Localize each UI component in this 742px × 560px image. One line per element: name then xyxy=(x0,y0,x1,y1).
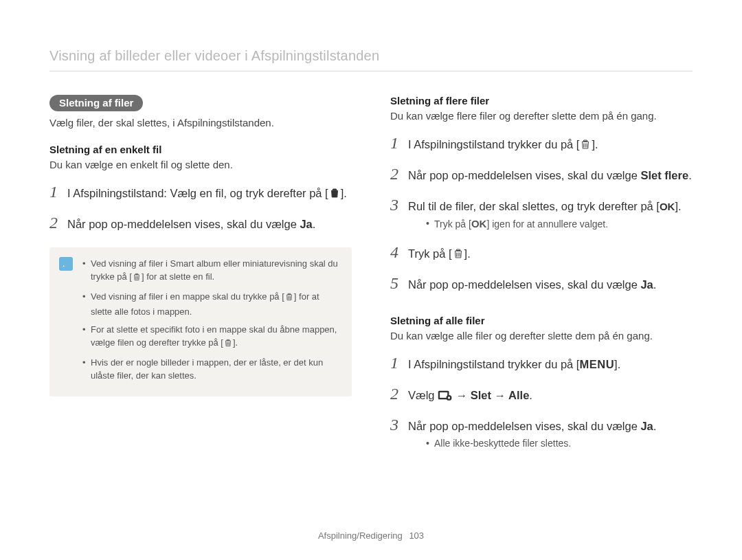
trash-icon xyxy=(223,338,233,352)
step-1: 1 I Afspilningstilstand trykker du på [M… xyxy=(390,351,693,375)
step-3: 3 Når pop op-meddelelsen vises, skal du … xyxy=(390,413,693,453)
trash-icon xyxy=(328,187,341,204)
step-2: 2 Vælg → Slet → Alle. xyxy=(390,382,693,406)
right-column: Sletning af flere filer Du kan vælge fle… xyxy=(390,95,693,465)
step-number: 2 xyxy=(390,382,408,406)
trash-icon xyxy=(452,247,464,265)
step-text: I Afspilningstilstand: Vælg en fil, og t… xyxy=(67,186,352,204)
file-settings-icon xyxy=(438,389,453,406)
section-pill: Sletning af filer xyxy=(49,95,143,111)
sub-bullet: Tryk på [OK] igen for at annullere valge… xyxy=(426,216,693,232)
page-footer: Afspilning/Redigering 103 xyxy=(0,530,742,541)
note-icon xyxy=(59,257,73,271)
note-item: Ved visning af filer i Smart album eller… xyxy=(82,257,339,286)
subheading-single: Sletning af en enkelt fil xyxy=(49,144,352,155)
note-box: Ved visning af filer i Smart album eller… xyxy=(49,247,352,396)
step-number: 1 xyxy=(390,351,408,375)
step-text: Vælg → Slet → Alle. xyxy=(408,388,693,406)
svg-rect-1 xyxy=(440,392,447,398)
step-3: 3 Rul til de filer, der skal slettes, og… xyxy=(390,193,693,234)
step-number: 5 xyxy=(390,271,408,295)
step-text: I Afspilningstilstand trykker du på []. xyxy=(408,137,693,155)
steps-all: 1 I Afspilningstilstand trykker du på [M… xyxy=(390,351,693,453)
note-item: Ved visning af filer i en mappe skal du … xyxy=(82,290,339,319)
trash-icon xyxy=(132,272,142,286)
step-text: I Afspilningstilstand trykker du på [MEN… xyxy=(408,357,693,373)
steps-single: 1 I Afspilningstilstand: Vælg en fil, og… xyxy=(49,180,352,235)
menu-label: MENU xyxy=(579,358,614,370)
steps-multiple: 1 I Afspilningstilstand trykker du på []… xyxy=(390,131,693,295)
sub-bullet: Alle ikke-beskyttede filer slettes. xyxy=(426,436,693,450)
content-columns: Sletning af filer Vælg filer, der skal s… xyxy=(49,95,693,465)
subdesc-single: Du kan vælge en enkelt fil og slette den… xyxy=(49,159,352,170)
step-number: 4 xyxy=(390,240,408,265)
step-text: Når pop op-meddelelsen vises, skal du væ… xyxy=(408,168,693,184)
step-2: 2 Når pop op-meddelelsen vises, skal du … xyxy=(49,211,352,235)
step-1: 1 I Afspilningstilstand: Vælg en fil, og… xyxy=(49,180,352,204)
step-text: Tryk på []. xyxy=(408,246,693,265)
svg-point-3 xyxy=(448,396,450,399)
footer-page-number: 103 xyxy=(409,530,424,541)
trash-icon xyxy=(284,292,294,306)
ok-label: OK xyxy=(471,218,487,229)
trash-icon xyxy=(579,138,592,155)
subheading-multiple: Sletning af flere filer xyxy=(390,95,693,107)
note-item: Hvis der er nogle billeder i mappen, der… xyxy=(82,356,339,383)
step-1: 1 I Afspilningstilstand trykker du på []… xyxy=(390,131,693,155)
page-title: Visning af billeder eller videoer i Afsp… xyxy=(49,48,693,71)
step-text: Rul til de filer, der skal slettes, og t… xyxy=(408,199,693,234)
step-number: 2 xyxy=(390,162,408,186)
step-5: 5 Når pop op-meddelelsen vises, skal du … xyxy=(390,271,693,295)
subheading-all: Sletning af alle filer xyxy=(390,315,693,326)
left-column: Sletning af filer Vælg filer, der skal s… xyxy=(49,95,352,465)
footer-section: Afspilning/Redigering xyxy=(318,530,403,541)
step-number: 1 xyxy=(390,131,408,155)
step-number: 3 xyxy=(390,193,408,217)
subdesc-all: Du kan vælge alle filer og derefter slet… xyxy=(390,330,693,341)
subdesc-multiple: Du kan vælge flere filer og derefter sle… xyxy=(390,110,693,122)
step-2: 2 Når pop op-meddelelsen vises, skal du … xyxy=(390,162,693,186)
ok-label: OK xyxy=(660,201,675,212)
step-number: 2 xyxy=(49,211,67,235)
step-number: 3 xyxy=(390,413,408,437)
step-4: 4 Tryk på []. xyxy=(390,240,693,265)
section-intro: Vælg filer, der skal slettes, i Afspilni… xyxy=(49,117,352,128)
step-text: Når pop op-meddelelsen vises, skal du væ… xyxy=(408,418,693,453)
step-text: Når pop op-meddelelsen vises, skal du væ… xyxy=(67,216,352,233)
step-number: 1 xyxy=(49,180,67,204)
note-item: For at slette et specifikt foto i en map… xyxy=(82,323,339,352)
step-text: Når pop op-meddelelsen vises, skal du væ… xyxy=(408,277,693,293)
